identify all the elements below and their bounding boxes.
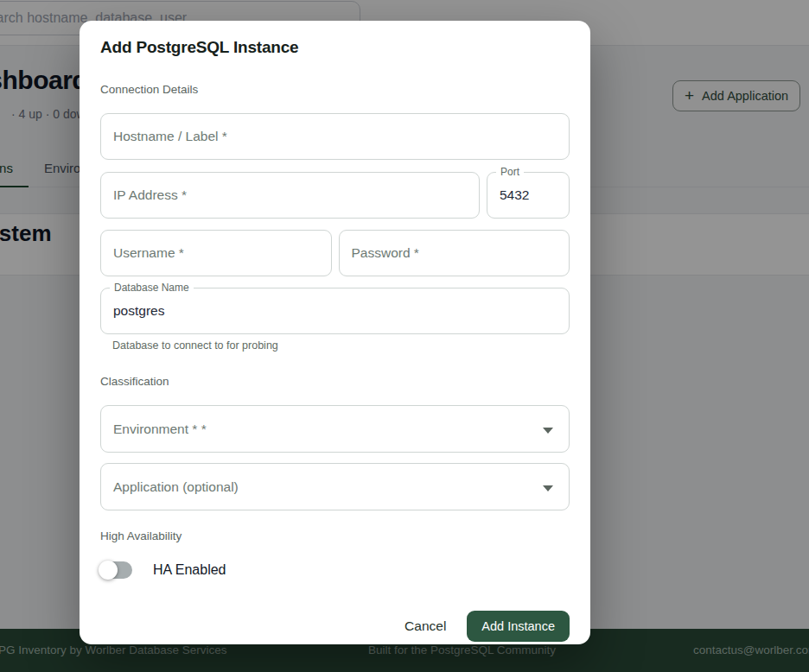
hostname-field-wrapper xyxy=(100,113,570,160)
port-input[interactable] xyxy=(487,173,569,218)
database-field-label: Database Name xyxy=(110,282,194,294)
application-select-placeholder: Application (optional) xyxy=(113,479,239,495)
section-connection-details: Connection Details xyxy=(100,84,570,96)
password-input[interactable] xyxy=(340,231,570,276)
ip-address-input[interactable] xyxy=(101,173,479,218)
ha-toggle-switch[interactable] xyxy=(100,561,132,579)
chevron-down-icon xyxy=(543,428,553,434)
ha-toggle-row: HA Enabled xyxy=(100,560,570,580)
username-input[interactable] xyxy=(101,231,331,276)
modal-title: Add PostgreSQL Instance xyxy=(100,38,570,57)
environment-select[interactable]: Environment * * xyxy=(100,405,570,453)
database-helper-text: Database to connect to for probing xyxy=(112,340,570,352)
username-field-wrapper xyxy=(100,230,332,276)
environment-select-placeholder: Environment * * xyxy=(113,422,207,437)
toggle-knob xyxy=(99,561,118,580)
modal-actions: Cancel Add Instance xyxy=(100,611,570,642)
add-instance-button[interactable]: Add Instance xyxy=(467,611,570,642)
password-field-wrapper xyxy=(339,230,570,276)
cancel-button[interactable]: Cancel xyxy=(392,612,458,641)
add-instance-modal: Add PostgreSQL Instance Connection Detai… xyxy=(80,21,590,644)
section-high-availability: High Availability xyxy=(100,530,570,542)
chevron-down-icon xyxy=(543,485,553,491)
section-classification: Classification xyxy=(100,376,570,388)
application-select[interactable]: Application (optional) xyxy=(100,463,570,510)
database-field-wrapper: Database Name xyxy=(100,288,570,334)
ip-field-wrapper xyxy=(100,172,480,219)
hostname-input[interactable] xyxy=(101,114,569,159)
port-field-wrapper: Port xyxy=(487,172,570,219)
port-field-label: Port xyxy=(496,166,524,178)
ha-toggle-label: HA Enabled xyxy=(153,562,226,578)
database-name-input[interactable] xyxy=(101,288,569,333)
